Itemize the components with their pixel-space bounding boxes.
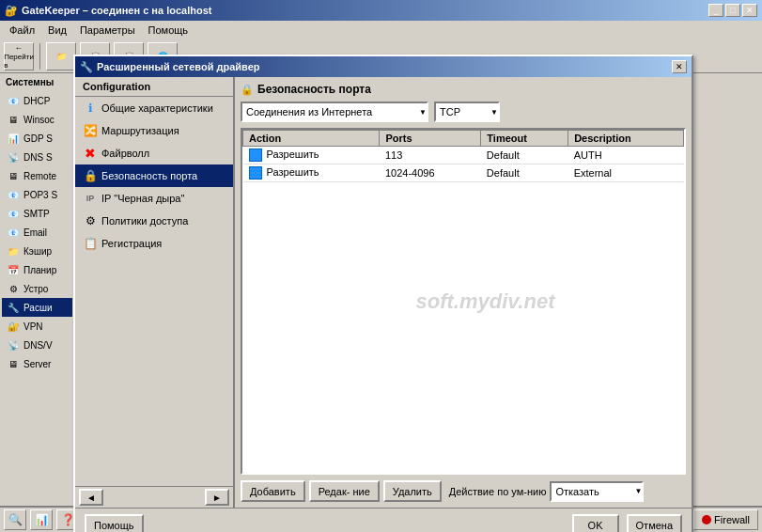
delete-button[interactable]: Удалить bbox=[383, 480, 442, 502]
dialog-close-button[interactable]: ✕ bbox=[672, 60, 687, 73]
default-action-label: Действие по ум-нию bbox=[449, 486, 547, 497]
action-row: Добавить Редак- ние Удалить Действие по … bbox=[241, 480, 686, 502]
sidebar-item-device[interactable]: ⚙ Устро bbox=[2, 279, 72, 298]
col-action: Action bbox=[243, 131, 380, 147]
minimize-button[interactable]: _ bbox=[708, 4, 723, 17]
dnsv-icon: 📡 bbox=[6, 337, 21, 352]
port-security-header-icon: 🔒 bbox=[241, 84, 254, 96]
dialog-title-bar: 🔧 Расширенный сетевой драйвер ✕ bbox=[75, 56, 692, 77]
close-button[interactable]: ✕ bbox=[742, 4, 757, 17]
status-icon-1[interactable]: 🔍 bbox=[4, 509, 26, 530]
app-title: GateKeeper – соединен с на localhost bbox=[22, 5, 211, 16]
smtp-icon: 📧 bbox=[6, 206, 21, 221]
filter-select-wrapper: Соединения из Интернета bbox=[241, 102, 428, 122]
server-icon: 🖥 bbox=[6, 356, 21, 371]
dialog-left-panel: Configuration ℹ Общие характеристики 🔀 М… bbox=[75, 77, 235, 508]
protocol-select[interactable]: TCPUDPBoth bbox=[434, 102, 500, 122]
col-description: Description bbox=[568, 131, 684, 147]
dialog-icon: 🔧 bbox=[80, 61, 93, 73]
default-action-select[interactable]: ОтказатьРазрешить bbox=[550, 481, 644, 502]
menu-bar: Файл Вид Параметры Помощь bbox=[0, 21, 762, 39]
firewall-icon: ✖ bbox=[83, 146, 98, 161]
sidebar-item-winsoc[interactable]: 🖥 Winsoc bbox=[2, 110, 72, 129]
table-row[interactable]: Разрешить 113 Default AUTH bbox=[243, 147, 684, 164]
filter-select[interactable]: Соединения из Интернета bbox=[241, 102, 428, 122]
sidebar-item-extended[interactable]: 🔧 Расши bbox=[2, 298, 72, 317]
help-button[interactable]: Помощь bbox=[85, 514, 144, 532]
col-ports: Ports bbox=[380, 131, 481, 147]
sidebar-item-gdps[interactable]: 📊 GDP S bbox=[2, 129, 72, 148]
config-port-security[interactable]: 🔒 Безопасность порта bbox=[75, 164, 233, 187]
row2-description: External bbox=[568, 164, 684, 182]
dialog-right-panel: 🔒 Безопасность порта Соединения из Интер… bbox=[235, 77, 692, 508]
row2-timeout: Default bbox=[481, 164, 568, 182]
toolbar-back-button[interactable]: ← Перейти в bbox=[4, 42, 34, 70]
access-policy-icon: ⚙ bbox=[83, 213, 98, 228]
sidebar-item-smtp[interactable]: 📧 SMTP bbox=[2, 204, 72, 223]
protocol-select-wrapper: TCPUDPBoth bbox=[434, 102, 500, 122]
menu-help[interactable]: Помощь bbox=[143, 23, 194, 38]
row2-action: Разрешить bbox=[243, 164, 380, 182]
row1-action: Разрешить bbox=[243, 147, 380, 164]
config-access-policy[interactable]: ⚙ Политики доступа bbox=[75, 210, 233, 232]
sidebar-item-email[interactable]: 📧 Email bbox=[2, 223, 72, 242]
row2-ports: 1024-4096 bbox=[380, 164, 481, 182]
remote-icon: 🖥 bbox=[6, 168, 21, 183]
row2-icon bbox=[249, 166, 262, 180]
ip-blackhole-icon: IP bbox=[83, 191, 98, 206]
cancel-button[interactable]: Отмена bbox=[627, 514, 682, 532]
menu-view[interactable]: Вид bbox=[42, 23, 72, 38]
sidebar-item-dhcp[interactable]: 📧 DHCP bbox=[2, 91, 72, 110]
sidebar-item-server[interactable]: 🖥 Server bbox=[2, 354, 72, 373]
gdps-icon: 📊 bbox=[6, 131, 21, 146]
add-button[interactable]: Добавить bbox=[241, 480, 305, 502]
config-firewall[interactable]: ✖ Файрволл bbox=[75, 142, 233, 164]
winsoc-icon: 🖥 bbox=[6, 112, 21, 127]
right-panel-title: Безопасность порта bbox=[257, 83, 371, 96]
dhcp-icon: 📧 bbox=[6, 93, 21, 108]
table-row[interactable]: Разрешить 1024-4096 Default External bbox=[243, 164, 684, 182]
config-general[interactable]: ℹ Общие характеристики bbox=[75, 97, 233, 119]
ok-button[interactable]: OK bbox=[572, 514, 619, 532]
logging-icon: 📋 bbox=[83, 236, 98, 251]
sidebar-item-vpn[interactable]: 🔐 VPN bbox=[2, 317, 72, 336]
footer-right-buttons: OK Отмена bbox=[572, 514, 682, 532]
status-tab-firewall[interactable]: Firewall bbox=[693, 509, 758, 530]
dialog-footer: Помощь OK Отмена bbox=[75, 508, 692, 532]
folder-icon: 📁 bbox=[56, 52, 67, 61]
sidebar-item-pop3[interactable]: 📧 POP3 S bbox=[2, 185, 72, 204]
dnss-icon: 📡 bbox=[6, 149, 21, 164]
rules-table: soft.mydiv.net Action Ports Timeout Desc… bbox=[241, 128, 686, 475]
scroll-left-button[interactable]: ◄ bbox=[79, 489, 103, 506]
sidebar-item-cache[interactable]: 📁 Кэшир bbox=[2, 242, 72, 260]
dialog-body: Configuration ℹ Общие характеристики 🔀 М… bbox=[75, 77, 692, 508]
config-routing[interactable]: 🔀 Маршрутизация bbox=[75, 119, 233, 142]
edit-button[interactable]: Редак- ние bbox=[309, 480, 380, 502]
sidebar-item-plan[interactable]: 📅 Планир bbox=[2, 260, 72, 279]
status-icon-2[interactable]: 📊 bbox=[30, 509, 53, 530]
config-header: Configuration bbox=[75, 77, 233, 97]
maximize-button[interactable]: □ bbox=[725, 4, 740, 17]
plan-icon: 📅 bbox=[6, 262, 21, 277]
sidebar: Системны 📧 DHCP 🖥 Winsoc 📊 GDP S 📡 DNS S… bbox=[0, 73, 75, 506]
sidebar-item-dnss[interactable]: 📡 DNS S bbox=[2, 148, 72, 166]
firewall-dot bbox=[702, 515, 711, 524]
row1-ports: 113 bbox=[380, 147, 481, 164]
config-ip-blackhole[interactable]: IP IP "Черная дыра" bbox=[75, 187, 233, 210]
sidebar-header: Системны bbox=[2, 75, 72, 89]
sidebar-item-dnsv[interactable]: 📡 DNS/V bbox=[2, 336, 72, 354]
menu-file[interactable]: Файл bbox=[4, 23, 40, 38]
scroll-arrows: ◄ ► bbox=[75, 486, 233, 508]
pop3-icon: 📧 bbox=[6, 187, 21, 202]
app-icon: 🔐 bbox=[5, 5, 18, 17]
config-logging[interactable]: 📋 Регистрация bbox=[75, 232, 233, 255]
menu-params[interactable]: Параметры bbox=[74, 23, 141, 38]
sidebar-item-remote[interactable]: 🖥 Remote bbox=[2, 166, 72, 185]
title-bar: 🔐 GateKeeper – соединен с на localhost _… bbox=[0, 0, 762, 21]
scroll-right-button[interactable]: ► bbox=[205, 489, 229, 506]
device-icon: ⚙ bbox=[6, 281, 21, 296]
dialog-title: Расширенный сетевой драйвер bbox=[97, 61, 259, 72]
extended-icon: 🔧 bbox=[6, 300, 21, 315]
row1-description: AUTH bbox=[568, 147, 684, 164]
toolbar-btn-1[interactable]: 📁 bbox=[46, 42, 76, 70]
